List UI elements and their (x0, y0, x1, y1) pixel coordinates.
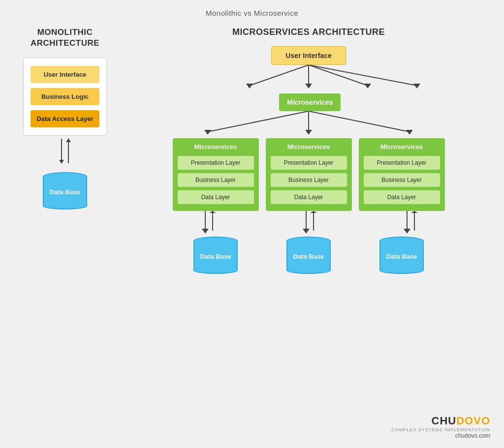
mono-arrow-down (61, 139, 62, 163)
micro-block-title-1: Microservices (194, 143, 237, 150)
micro-service-blocks: Microservices Presentation Layer Busines… (166, 138, 451, 211)
micro-block-title-2: Microservices (287, 143, 330, 150)
arrows-blocks-to-dbs (166, 211, 451, 237)
svg-marker-5 (364, 84, 371, 89)
diagram-area: MONOLITHICARCHITECTURE User Interface Bu… (16, 27, 488, 274)
micro-top-area: User Interface (129, 46, 488, 274)
svg-marker-23 (404, 229, 410, 234)
micro-db-top-2 (286, 237, 331, 245)
micro-layer-data-3: Data Layer (364, 190, 440, 204)
svg-marker-3 (246, 84, 253, 89)
mono-database: Data Base (43, 172, 87, 209)
micro-service-block-1: Microservices Presentation Layer Busines… (173, 138, 259, 211)
svg-marker-17 (209, 211, 216, 213)
microservices-section: MICROSERVICES ARCHITECTURE User Interfac… (129, 27, 488, 274)
micro-db-body-2: Data Base (286, 245, 331, 267)
svg-line-8 (208, 111, 309, 132)
branding: CHUDOVO COMPLEX SYSTEMS IMPLEMENTATION c… (391, 415, 490, 439)
micro-block-title-3: Microservices (380, 143, 423, 150)
micro-db-3: Data Base (359, 237, 445, 274)
mono-layer-ui: User Interface (31, 66, 99, 83)
microservices-title: MICROSERVICES ARCHITECTURE (232, 27, 385, 37)
micro-db-bottom-3 (379, 267, 424, 274)
monolithic-title: MONOLITHICARCHITECTURE (31, 27, 99, 49)
brand-name: CHUDOVO (391, 415, 490, 427)
svg-marker-1 (305, 84, 312, 89)
main-container: Monolithic vs Microservice MONOLITHICARC… (0, 0, 504, 448)
svg-marker-7 (413, 84, 420, 89)
micro-db-top-1 (193, 237, 238, 245)
micro-layer-data-2: Data Layer (271, 190, 347, 204)
svg-marker-13 (406, 130, 413, 135)
db-top (43, 172, 87, 181)
micro-layer-biz-1: Business Layer (178, 173, 254, 187)
arrows-ui-to-services (166, 65, 451, 93)
db-body: Data Base (43, 181, 87, 203)
svg-marker-21 (310, 211, 317, 213)
svg-line-4 (309, 65, 368, 86)
svg-line-6 (309, 65, 417, 86)
micro-layer-biz-3: Business Layer (364, 173, 440, 187)
micro-layer-data-1: Data Layer (178, 190, 254, 204)
mono-layer-data: Data Access Layer (31, 110, 99, 127)
micro-service-block-3: Microservices Presentation Layer Busines… (359, 138, 445, 211)
micro-layer-pres-1: Presentation Layer (178, 156, 254, 170)
micro-service-block-2: Microservices Presentation Layer Busines… (266, 138, 352, 211)
svg-marker-11 (305, 130, 312, 135)
micro-ui-box: User Interface (271, 46, 346, 65)
monolithic-section: MONOLITHICARCHITECTURE User Interface Bu… (16, 27, 114, 209)
micro-db-top-3 (379, 237, 424, 245)
svg-marker-9 (204, 130, 211, 135)
monolithic-box: User Interface Business Logic Data Acces… (23, 58, 107, 136)
page-title: Monolithic vs Microservice (206, 9, 298, 17)
brand-sub: COMPLEX SYSTEMS IMPLEMENTATION (391, 427, 490, 432)
arrows-top-to-blocks (166, 111, 451, 138)
micro-db-1: Data Base (173, 237, 259, 274)
micro-layer-pres-2: Presentation Layer (271, 156, 347, 170)
micro-service-top: Microservices (279, 93, 341, 111)
micro-db-body-3: Data Base (379, 245, 424, 267)
svg-line-2 (250, 65, 309, 86)
micro-db-row: Data Base Data Base Data Base (166, 237, 451, 274)
micro-layer-pres-3: Presentation Layer (364, 156, 440, 170)
svg-marker-15 (202, 229, 209, 234)
micro-db-body-1: Data Base (193, 245, 238, 267)
micro-db-2: Data Base (266, 237, 352, 274)
mono-arrow-up (68, 139, 69, 163)
brand-url: chudovo.com (391, 432, 490, 439)
micro-layer-biz-2: Business Layer (271, 173, 347, 187)
svg-marker-19 (303, 229, 310, 234)
svg-line-12 (309, 111, 410, 132)
db-bottom (43, 203, 87, 209)
mono-layer-biz: Business Logic (31, 88, 99, 105)
micro-db-bottom-2 (286, 267, 331, 274)
micro-db-bottom-1 (193, 267, 238, 274)
svg-marker-25 (411, 211, 418, 213)
